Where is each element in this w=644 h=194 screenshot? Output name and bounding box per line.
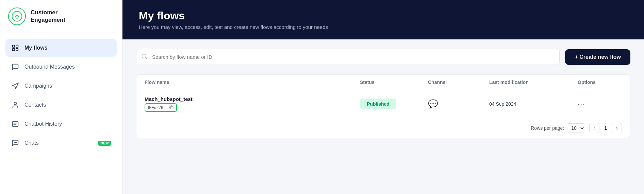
search-icon (141, 53, 147, 61)
options-cell: ··· (578, 100, 622, 108)
svg-point-4 (18, 16, 19, 17)
svg-point-9 (14, 102, 16, 105)
history-icon (11, 120, 20, 128)
options-button[interactable]: ··· (578, 100, 585, 108)
next-page-button[interactable]: › (612, 123, 622, 133)
sidebar-item-chatbot-history[interactable]: Chatbot History (5, 115, 117, 133)
channel-cell: 💬 (428, 99, 489, 109)
copy-icon[interactable] (169, 105, 174, 110)
search-input[interactable] (136, 49, 560, 65)
chats-new-badge: NEW (98, 141, 111, 146)
rows-per-page: Rows per page: 10 25 50 (531, 123, 585, 133)
svg-line-18 (145, 57, 146, 58)
sidebar: CustomerEngagement My flows Outbound (0, 0, 122, 194)
sidebar-item-chats-label: Chats (24, 140, 93, 146)
svg-point-15 (15, 142, 16, 143)
sidebar-item-campaigns-label: Campaigns (24, 83, 111, 89)
whatsapp-icon: 💬 (428, 99, 438, 108)
table-header: Flow name Status Channel Last modificati… (136, 75, 630, 90)
header-banner: My flows Here you may view, access, edit… (122, 0, 644, 39)
svg-rect-19 (170, 106, 173, 109)
logo-text: CustomerEngagement (31, 9, 65, 24)
page-subtitle: Here you may view, access, edit, test an… (139, 24, 628, 30)
page-title: My flows (139, 10, 628, 22)
status-cell: Published (360, 99, 428, 109)
col-channel: Channel (428, 80, 489, 85)
flow-name: Mach_hubspot_test (145, 96, 360, 102)
message-icon (11, 63, 20, 71)
col-flow-name: Flow name (145, 80, 360, 85)
last-modification-cell: 04 Sep 2024 (489, 101, 578, 107)
prev-page-button[interactable]: ‹ (589, 123, 599, 133)
svg-rect-6 (16, 45, 18, 47)
content-area: + Create new flow Flow name Status Chann… (122, 39, 644, 194)
current-page: 1 (602, 125, 609, 131)
sidebar-item-campaigns[interactable]: Campaigns (5, 77, 117, 95)
svg-rect-7 (13, 49, 15, 51)
create-new-flow-button[interactable]: + Create new flow (565, 49, 630, 65)
sidebar-item-chats[interactable]: Chats NEW (5, 134, 117, 152)
flow-table: Flow name Status Channel Last modificati… (136, 74, 630, 138)
sidebar-item-contacts-label: Contacts (24, 102, 111, 108)
svg-point-14 (14, 142, 15, 143)
flows-icon (11, 43, 20, 52)
pagination-area: Rows per page: 10 25 50 ‹ 1 › (136, 118, 630, 138)
page-nav: ‹ 1 › (589, 123, 622, 133)
flow-id-text: IFFd276... (148, 105, 167, 110)
svg-rect-5 (13, 45, 15, 47)
rows-per-page-label: Rows per page: (531, 125, 564, 131)
flow-id-tag[interactable]: IFFd276... (145, 103, 177, 112)
status-badge: Published (360, 99, 396, 109)
sidebar-item-my-flows-label: My flows (24, 45, 111, 51)
table-row: Mach_hubspot_test IFFd276... Published (136, 90, 630, 118)
svg-rect-8 (16, 49, 18, 51)
svg-point-2 (16, 15, 18, 16)
sidebar-nav: My flows Outbound Messages Campaigns (0, 33, 122, 194)
chats-icon (11, 139, 20, 147)
logo-icon (8, 7, 26, 25)
main-content: My flows Here you may view, access, edit… (122, 0, 644, 194)
rows-per-page-select[interactable]: 10 25 50 (567, 123, 585, 133)
flow-name-cell: Mach_hubspot_test IFFd276... (145, 96, 360, 112)
svg-point-3 (15, 16, 16, 17)
toolbar: + Create new flow (136, 49, 630, 65)
sidebar-item-outbound-messages[interactable]: Outbound Messages (5, 58, 117, 76)
sidebar-item-contacts[interactable]: Contacts (5, 96, 117, 114)
search-box (136, 49, 560, 65)
col-last-modification: Last modification (489, 80, 578, 85)
logo-area: CustomerEngagement (0, 0, 122, 33)
sidebar-item-outbound-label: Outbound Messages (24, 64, 111, 70)
col-status: Status (360, 80, 428, 85)
campaigns-icon (11, 82, 20, 90)
last-modification-value: 04 Sep 2024 (489, 101, 516, 107)
col-options: Options (578, 80, 622, 85)
contacts-icon (11, 101, 20, 109)
svg-point-16 (16, 142, 17, 143)
sidebar-item-chatbot-history-label: Chatbot History (24, 121, 111, 127)
sidebar-item-my-flows[interactable]: My flows (5, 39, 117, 57)
